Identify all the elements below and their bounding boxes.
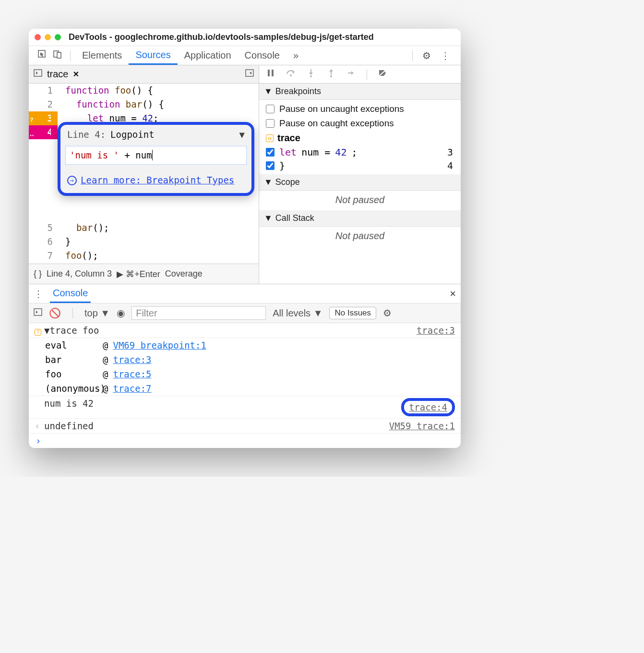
clear-console-icon[interactable]: 🚫	[49, 307, 61, 319]
chevron-down-icon[interactable]: ▼	[239, 128, 245, 142]
breakpoint-file[interactable]: ‹›trace	[259, 131, 461, 145]
pretty-print-button[interactable]: { }	[34, 269, 42, 279]
gutter-1[interactable]: 1	[29, 84, 58, 97]
gutter-5[interactable]: 5	[29, 221, 58, 235]
stack-trace: eval@ VM69 breakpoint:1 bar@ trace:3 foo…	[29, 338, 461, 396]
settings-icon[interactable]: ⚙	[417, 50, 436, 61]
kebab-icon[interactable]: ⋮	[436, 50, 455, 61]
undef-source-link[interactable]: VM59 trace:1	[389, 421, 455, 431]
breakpoints-header[interactable]: ▼ Breakpoints	[259, 84, 461, 100]
pause-button[interactable]	[266, 68, 275, 80]
device-icon[interactable]	[50, 49, 65, 61]
drawer-menu-icon[interactable]: ⋮	[34, 288, 43, 300]
gutter-3-conditional[interactable]: ?3	[29, 111, 58, 125]
source-tab-name[interactable]: trace	[47, 69, 68, 80]
breakpoint-type-select[interactable]: Logpoint	[110, 128, 234, 142]
callstack-header[interactable]: ▼ Call Stack	[259, 210, 461, 227]
step-over-button[interactable]	[286, 68, 296, 80]
log-levels-select[interactable]: All levels ▼	[273, 308, 322, 319]
zoom-window[interactable]	[55, 34, 61, 40]
callstack-body: Not paused	[259, 227, 461, 246]
highlighted-source-link[interactable]: trace:4	[401, 398, 455, 416]
live-expression-icon[interactable]: ◉	[117, 307, 125, 319]
tab-sources[interactable]: Sources	[129, 46, 177, 65]
console-filter-input[interactable]: Filter	[131, 306, 266, 320]
issues-button[interactable]: No Issues	[329, 307, 376, 319]
stack-link[interactable]: trace:3	[113, 352, 151, 367]
inspect-icon[interactable]	[35, 49, 50, 61]
step-into-button[interactable]	[306, 68, 316, 80]
gutter-7[interactable]: 7	[29, 249, 58, 263]
window-title: DevTools - googlechrome.github.io/devtoo…	[69, 32, 374, 42]
svg-rect-2	[57, 52, 61, 58]
gutter-4-logpoint[interactable]: ‥4	[29, 125, 58, 139]
learn-more-link[interactable]: Learn more: Breakpoint Types	[81, 173, 234, 187]
tab-more[interactable]: »	[286, 46, 305, 65]
breakpoint-line-4[interactable]: }4	[259, 159, 461, 172]
code-editor[interactable]: 1function foo() { 2 function bar() { ?3 …	[29, 84, 259, 264]
console-drawer-tabs: ⋮ Console ×	[29, 284, 461, 303]
deactivate-breakpoints-button[interactable]	[378, 68, 387, 80]
stack-link[interactable]: trace:7	[113, 381, 151, 396]
pause-uncaught-checkbox[interactable]: Pause on uncaught exceptions	[259, 102, 461, 116]
minimize-window[interactable]	[45, 34, 51, 40]
logpoint-expression-input[interactable]: 'num is ' + num	[65, 146, 247, 165]
close-window[interactable]	[35, 34, 41, 40]
breakpoint-editor-popup: Line 4: Logpoint ▼ 'num is ' + num → Lea…	[58, 122, 254, 196]
step-out-button[interactable]	[326, 68, 336, 80]
svg-rect-5	[268, 70, 270, 76]
debugger-toggle-icon[interactable]	[245, 69, 254, 80]
console-prompt[interactable]: ›	[29, 434, 461, 448]
run-snippet[interactable]: ▶ ⌘+Enter	[117, 269, 160, 279]
titlebar: DevTools - googlechrome.github.io/devtoo…	[29, 29, 461, 46]
scope-body: Not paused	[259, 191, 461, 210]
main-tabs: Elements Sources Application Console » ⚙…	[29, 46, 461, 65]
svg-point-7	[290, 74, 292, 76]
pause-caught-checkbox[interactable]: Pause on caught exceptions	[259, 116, 461, 131]
console-settings-icon[interactable]: ⚙	[383, 307, 392, 319]
close-source-tab[interactable]: ×	[73, 69, 79, 80]
console-toolbar: 🚫 top ▼ ◉ Filter All levels ▼ No Issues …	[29, 303, 461, 323]
devtools-window: DevTools - googlechrome.github.io/devtoo…	[29, 29, 461, 448]
arrow-circle-icon: →	[67, 176, 77, 185]
console-sidebar-toggle[interactable]	[34, 308, 42, 319]
tab-application[interactable]: Application	[178, 46, 238, 65]
scope-header[interactable]: ▼ Scope	[259, 174, 461, 191]
tab-elements[interactable]: Elements	[75, 46, 129, 65]
source-header: trace ×	[29, 65, 259, 84]
coverage-tab[interactable]: Coverage	[165, 269, 203, 279]
stack-link[interactable]: trace:5	[113, 367, 151, 381]
gutter-6[interactable]: 6	[29, 235, 58, 249]
context-selector[interactable]: top ▼	[84, 308, 110, 319]
tab-console[interactable]: Console	[238, 46, 286, 65]
breakpoint-line-3[interactable]: let num = 42;3	[259, 145, 461, 159]
debugger-toolbar	[259, 65, 461, 84]
console-drawer-tab[interactable]: Console	[50, 284, 91, 303]
stack-link[interactable]: VM69 breakpoint:1	[113, 338, 206, 352]
undefined-return: undefined	[44, 421, 389, 431]
navigator-toggle-icon[interactable]	[34, 69, 42, 80]
source-footer: { } Line 4, Column 3 ▶ ⌘+Enter Coverage	[29, 264, 259, 284]
trace-source-link[interactable]: trace:3	[417, 325, 455, 336]
gutter-2[interactable]: 2	[29, 97, 58, 111]
svg-point-11	[330, 75, 332, 77]
cursor-position: Line 4, Column 3	[47, 269, 112, 279]
svg-point-9	[310, 75, 312, 77]
traffic-lights	[35, 34, 61, 40]
popup-line-label: Line 4:	[67, 128, 106, 142]
trace-badge-icon: ?	[35, 329, 41, 336]
console-output: ? ▼trace foo trace:3 eval@ VM69 breakpoi…	[29, 323, 461, 448]
log-message: num is 42	[44, 398, 401, 409]
svg-rect-6	[272, 70, 274, 76]
close-drawer[interactable]: ×	[450, 288, 456, 300]
step-button[interactable]	[346, 68, 356, 80]
